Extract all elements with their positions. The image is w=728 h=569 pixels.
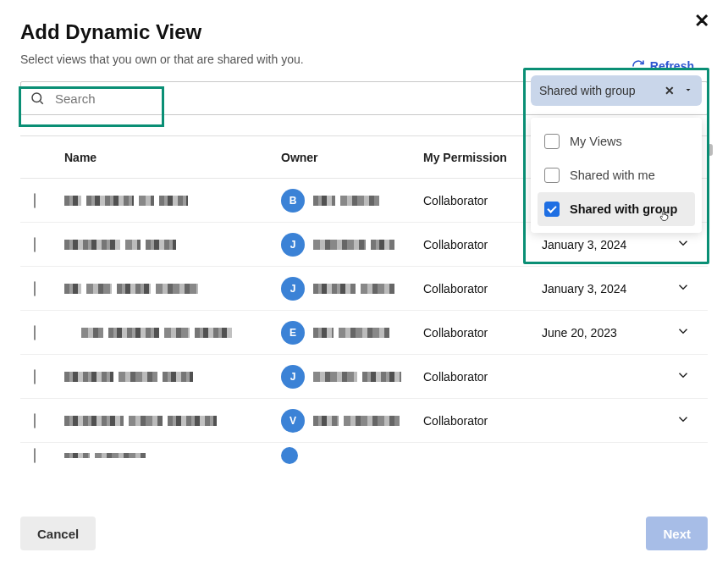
filter-option-my-views[interactable]: My Views [538,124,695,158]
avatar: B [281,189,305,213]
view-name [64,240,281,250]
view-name [64,372,281,382]
filter-clear-icon[interactable]: ✕ [665,84,675,97]
expand-row-icon[interactable] [676,279,691,295]
checkbox-icon [544,168,560,183]
filter-option-shared-with-group[interactable]: Shared with group [538,192,695,226]
row-checkbox[interactable] [34,325,36,340]
svg-point-0 [32,93,41,102]
avatar: E [281,321,305,345]
owner-cell: J [281,365,423,389]
permission-cell: Collaborator [423,282,542,296]
view-name [64,196,281,206]
owner-cell: B [281,189,423,213]
filter-chip[interactable]: Shared with group ✕ [531,75,702,106]
modal-title: Add Dynamic View [20,20,708,44]
cancel-button[interactable]: Cancel [20,517,96,550]
table-row [20,443,708,468]
view-name [64,416,281,426]
row-checkbox[interactable] [34,413,36,428]
filter-option-label: Shared with me [570,168,655,182]
filter-option-label: Shared with group [570,202,677,216]
owner-cell: J [281,233,423,257]
modal-subtitle: Select views that you own or that are sh… [20,52,708,66]
avatar: J [281,233,305,257]
last-cell: June 20, 2023 [542,326,676,340]
avatar [281,447,298,464]
expand-row-icon[interactable] [676,367,691,383]
col-owner: Owner [281,151,423,164]
table-row: J Collaborator [20,355,708,399]
row-checkbox[interactable] [34,369,36,384]
owner-cell: V [281,409,423,433]
owner-cell: E [281,321,423,345]
row-checkbox[interactable] [34,448,36,463]
avatar: J [281,277,305,301]
expand-row-icon[interactable] [676,323,691,339]
owner-cell: J [281,277,423,301]
expand-row-icon[interactable] [676,412,691,427]
table-row: E Collaborator June 20, 2023 [20,311,708,355]
last-cell: January 3, 2024 [542,282,676,296]
row-checkbox[interactable] [34,237,36,252]
permission-cell: Collaborator [423,414,542,428]
permission-cell: Collaborator [423,370,542,384]
filter-option-shared-with-me[interactable]: Shared with me [538,158,695,192]
filter-highlight-box: Shared with group ✕ My Views Shared with… [523,68,709,264]
filter-chip-label: Shared with group [539,84,636,97]
filter-dropdown: My Views Shared with me Shared with grou… [531,118,702,233]
permission-cell: Collaborator [423,326,542,340]
modal-footer: Cancel Next [20,517,708,550]
table-row: J Collaborator January 3, 2024 [20,267,708,311]
view-name [64,328,281,338]
svg-line-1 [40,101,42,103]
row-checkbox[interactable] [34,193,36,208]
checkbox-icon [544,202,560,217]
close-icon[interactable]: ✕ [694,12,709,30]
view-name [64,284,281,294]
filter-option-label: My Views [570,135,622,148]
view-name [64,453,281,458]
checkbox-icon [544,134,560,149]
avatar: V [281,409,305,433]
chevron-down-icon[interactable] [683,84,693,97]
row-checkbox[interactable] [34,281,36,296]
search-icon [30,91,45,106]
owner-cell [281,447,423,464]
table-row: V Collaborator [20,399,708,443]
add-dynamic-view-modal: ✕ Add Dynamic View Select views that you… [0,0,728,569]
next-button[interactable]: Next [646,517,708,550]
col-name: Name [64,151,281,164]
avatar: J [281,365,305,389]
